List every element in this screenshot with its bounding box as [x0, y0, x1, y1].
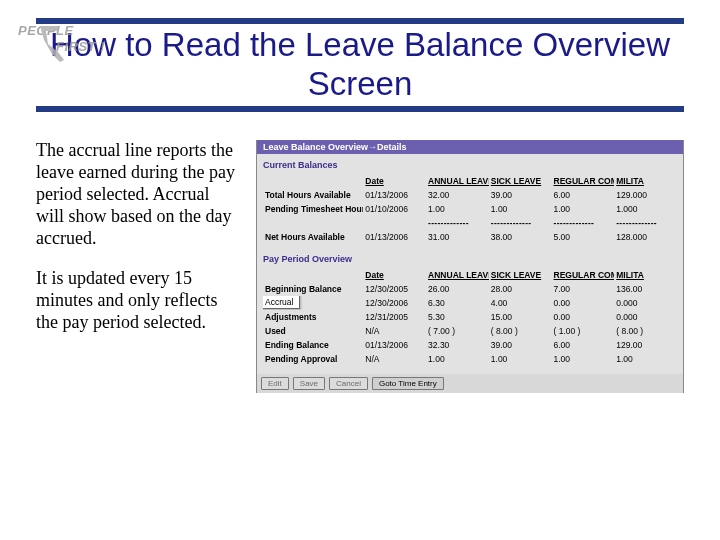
- col-annual: ANNUAL LEAVE: [426, 268, 489, 282]
- col-sick: SICK LEAVE: [489, 174, 552, 188]
- row-label: Total Hours Available: [263, 188, 363, 202]
- cell: ( 8.00 ): [489, 324, 552, 338]
- slide-container: PEOPLE FIRST ! How to Read the Leave Bal…: [0, 0, 720, 540]
- cell: 26.00: [426, 282, 489, 296]
- table-row: Pending Timesheet Hours 01/10/2006 1.00 …: [263, 202, 677, 216]
- cell: 0.000: [614, 296, 677, 310]
- pay-period-table: Date ANNUAL LEAVE SICK LEAVE REGULAR COM…: [263, 268, 677, 366]
- cell: 32.30: [426, 338, 489, 352]
- table-row: Beginning Balance 12/30/2005 26.00 28.00…: [263, 282, 677, 296]
- people-first-logo: PEOPLE FIRST !: [8, 22, 108, 68]
- section-pay-period-heading: Pay Period Overview: [263, 254, 677, 264]
- cell: 39.00: [489, 338, 552, 352]
- row-label: Accrual: [263, 296, 363, 310]
- app-screenshot: Leave Balance Overview→Details Current B…: [256, 140, 684, 393]
- cell: -------------: [489, 216, 552, 230]
- goto-time-entry-button[interactable]: Goto Time Entry: [372, 377, 444, 390]
- cell: 0.00: [552, 296, 615, 310]
- cell: 0.00: [552, 310, 615, 324]
- table-row: Pending Approval N/A 1.00 1.00 1.00 1.00: [263, 352, 677, 366]
- cell: 6.30: [426, 296, 489, 310]
- col-sick: SICK LEAVE: [489, 268, 552, 282]
- row-label: Beginning Balance: [263, 282, 363, 296]
- cell: 38.00: [489, 230, 552, 244]
- cell: 1.000: [614, 202, 677, 216]
- table-row-accrual: Accrual 12/30/2006 6.30 4.00 0.00 0.000: [263, 296, 677, 310]
- slide-title: How to Read the Leave Balance Overview S…: [36, 26, 684, 104]
- row-label: Pending Timesheet Hours: [263, 202, 363, 216]
- cell: ( 1.00 ): [552, 324, 615, 338]
- table-row: Net Hours Available 01/13/2006 31.00 38.…: [263, 230, 677, 244]
- accrual-callout: Accrual: [263, 296, 300, 309]
- paragraph-2: It is updated every 15 minutes and only …: [36, 268, 236, 334]
- cell: 128.000: [614, 230, 677, 244]
- table-row: Ending Balance 01/13/2006 32.30 39.00 6.…: [263, 338, 677, 352]
- col-annual: ANNUAL LEAVE: [426, 174, 489, 188]
- col-milita: MILITA: [614, 268, 677, 282]
- window-titlebar: Leave Balance Overview→Details: [257, 140, 683, 154]
- col-comp: REGULAR COMP LEAVE: [552, 268, 615, 282]
- cell-date: 12/31/2005: [363, 310, 426, 324]
- cell-date: N/A: [363, 352, 426, 366]
- cell: 31.00: [426, 230, 489, 244]
- body-text: The accrual line reports the leave earne…: [36, 140, 236, 393]
- cell: -------------: [614, 216, 677, 230]
- row-label: Ending Balance: [263, 338, 363, 352]
- section-current-balances-heading: Current Balances: [263, 160, 677, 170]
- cell-date: 01/10/2006: [363, 202, 426, 216]
- cell: 1.00: [489, 352, 552, 366]
- cell: 15.00: [489, 310, 552, 324]
- button-bar: Edit Save Cancel Goto Time Entry: [257, 374, 683, 393]
- cell: 39.00: [489, 188, 552, 202]
- cell-date: 12/30/2005: [363, 282, 426, 296]
- paragraph-1: The accrual line reports the leave earne…: [36, 140, 236, 250]
- cell: 1.00: [552, 352, 615, 366]
- cell-date: 01/13/2006: [363, 338, 426, 352]
- cell: 32.00: [426, 188, 489, 202]
- save-button[interactable]: Save: [293, 377, 325, 390]
- row-label: Net Hours Available: [263, 230, 363, 244]
- title-bar: How to Read the Leave Balance Overview S…: [36, 18, 684, 112]
- table-row: Used N/A ( 7.00 ) ( 8.00 ) ( 1.00 ) ( 8.…: [263, 324, 677, 338]
- table-header-row: Date ANNUAL LEAVE SICK LEAVE REGULAR COM…: [263, 174, 677, 188]
- cell: 1.00: [614, 352, 677, 366]
- col-date: Date: [363, 174, 426, 188]
- table-row: Total Hours Available 01/13/2006 32.00 3…: [263, 188, 677, 202]
- cell-date: N/A: [363, 324, 426, 338]
- cell: 4.00: [489, 296, 552, 310]
- col-blank: [263, 268, 363, 282]
- cell: 6.00: [552, 338, 615, 352]
- cell: 5.30: [426, 310, 489, 324]
- cell: 28.00: [489, 282, 552, 296]
- table-row: Adjustments 12/31/2005 5.30 15.00 0.00 0…: [263, 310, 677, 324]
- cell: 0.000: [614, 310, 677, 324]
- row-label: Used: [263, 324, 363, 338]
- cell-date: 01/13/2006: [363, 188, 426, 202]
- col-milita: MILITA: [614, 174, 677, 188]
- cell: 136.00: [614, 282, 677, 296]
- current-balances-table: Date ANNUAL LEAVE SICK LEAVE REGULAR COM…: [263, 174, 677, 244]
- cell: 1.00: [426, 202, 489, 216]
- cell: 1.00: [552, 202, 615, 216]
- cell-date: 12/30/2006: [363, 296, 426, 310]
- cell: 129.00: [614, 338, 677, 352]
- cell: ( 7.00 ): [426, 324, 489, 338]
- cell: -------------: [426, 216, 489, 230]
- cell: 1.00: [426, 352, 489, 366]
- col-comp: REGULAR COMP LEAVE: [552, 174, 615, 188]
- table-header-row: Date ANNUAL LEAVE SICK LEAVE REGULAR COM…: [263, 268, 677, 282]
- window-body: Current Balances Date ANNUAL LEAVE SICK …: [257, 154, 683, 374]
- col-date: Date: [363, 268, 426, 282]
- cell: ( 8.00 ): [614, 324, 677, 338]
- row-label: Pending Approval: [263, 352, 363, 366]
- cancel-button[interactable]: Cancel: [329, 377, 368, 390]
- cell: 5.00: [552, 230, 615, 244]
- row-label: Adjustments: [263, 310, 363, 324]
- col-blank: [263, 174, 363, 188]
- edit-button[interactable]: Edit: [261, 377, 289, 390]
- cell: 7.00: [552, 282, 615, 296]
- cell-date: 01/13/2006: [363, 230, 426, 244]
- cell: 129.000: [614, 188, 677, 202]
- table-row-divider: ------------- ------------- ------------…: [263, 216, 677, 230]
- florida-shape-icon: [38, 24, 66, 64]
